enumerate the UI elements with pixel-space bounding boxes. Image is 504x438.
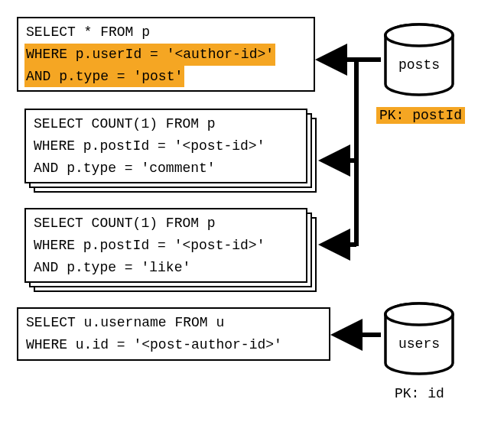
sql-line: SELECT COUNT(1) FROM p xyxy=(34,113,298,135)
svg-point-3 xyxy=(385,303,453,325)
database-users-label: users xyxy=(381,336,457,352)
sql-line: WHERE p.postId = '<post-id>' xyxy=(34,135,298,157)
posts-pk-label: PK: postId xyxy=(376,107,465,124)
sql-line-highlighted: WHERE p.userId = '<author-id>' xyxy=(24,44,275,66)
query-count-likes: SELECT COUNT(1) FROM p WHERE p.postId = … xyxy=(24,208,307,283)
sql-line: AND p.type = 'comment' xyxy=(34,157,298,180)
query-username: SELECT u.username FROM u WHERE u.id = '<… xyxy=(17,307,330,361)
query-count-comments: SELECT COUNT(1) FROM p WHERE p.postId = … xyxy=(24,109,307,183)
sql-line: SELECT u.username FROM u xyxy=(26,312,321,334)
users-pk-label: PK: id xyxy=(395,386,444,401)
sql-line: SELECT COUNT(1) FROM p xyxy=(34,213,298,235)
svg-point-1 xyxy=(385,24,453,46)
database-posts-label: posts xyxy=(381,57,457,73)
sql-line: WHERE p.postId = '<post-id>' xyxy=(34,235,298,257)
sql-line-highlighted: AND p.type = 'post' xyxy=(24,66,184,88)
sql-line: SELECT * FROM p xyxy=(26,21,306,44)
query-posts-by-author: SELECT * FROM p WHERE p.userId = '<autho… xyxy=(17,17,315,92)
sql-line: AND p.type = 'like' xyxy=(34,257,298,279)
sql-line: WHERE u.id = '<post-author-id>' xyxy=(26,334,321,356)
